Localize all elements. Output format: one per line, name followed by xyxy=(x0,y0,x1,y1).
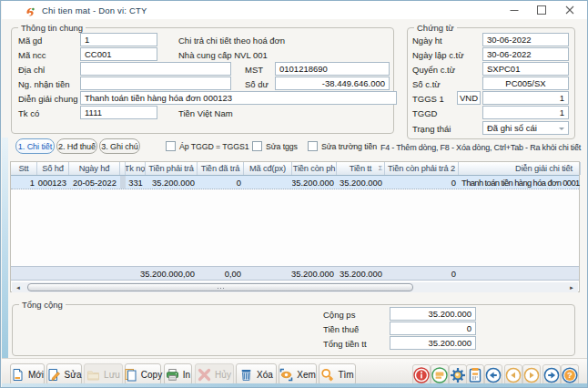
ngay-lap-label: Ngày lập c.từ xyxy=(412,50,464,60)
gear-icon xyxy=(450,367,466,383)
tab-1[interactable]: 1. Chi tiết xyxy=(15,138,55,154)
cancel-icon xyxy=(198,368,211,382)
help-circle-icon: ? xyxy=(562,367,578,383)
grid-data-row[interactable]: 100012320-05-202233135.200.000035.200.00… xyxy=(11,176,579,189)
column-header-label: Tiền phải trả xyxy=(148,164,193,173)
ng-nhan-tien-label: Ng. nhận tiền xyxy=(18,79,70,89)
trang-thai-value: Đã ghi sổ cái xyxy=(487,123,537,133)
toolbar-button-new-document[interactable]: Mới xyxy=(10,363,45,385)
column-header-label: Tiền đã trả xyxy=(201,164,239,173)
next-record-icon xyxy=(523,367,540,383)
row-cell-11[interactable]: 0 xyxy=(385,176,459,189)
mst-field[interactable]: 0101218690 xyxy=(275,62,390,76)
checkbox-label: Áp TGGD = TGGS1 xyxy=(179,142,249,151)
column-header-label: Diễn giải chi tiết xyxy=(515,164,573,173)
info-circle-icon xyxy=(413,367,430,383)
toolbar-button-edit[interactable]: Sửa xyxy=(46,363,82,385)
view-icon xyxy=(279,368,293,382)
ngay-ht-field[interactable]: 30-06-2022 xyxy=(482,33,569,46)
checkbox-option-1[interactable]: Áp TGGD = TGGS1 xyxy=(166,141,249,151)
tk-co-label: Tk có xyxy=(18,108,39,118)
row-cell-5[interactable]: 331 xyxy=(126,176,146,189)
checkbox-icon[interactable] xyxy=(252,141,262,151)
toolbar-button-view[interactable]: Xem xyxy=(279,363,317,385)
column-header-11[interactable]: Tiền còn phải trả 2 xyxy=(385,162,459,175)
trang-thai-dropdown[interactable]: Đã ghi sổ cái xyxy=(482,121,569,135)
toolbar-button-label: Hủy xyxy=(215,370,231,380)
column-header-1[interactable]: Stt xyxy=(11,162,37,175)
tong-tien-tt-field[interactable]: 35.200.000 xyxy=(390,336,476,350)
summary-cell-11: 0 xyxy=(385,268,459,280)
column-header-12[interactable]: Diễn giải chi tiết xyxy=(459,162,581,175)
toolbar-button-print[interactable]: In xyxy=(164,363,192,385)
ma-ncc-field[interactable]: CC001 xyxy=(80,47,157,61)
minimize-icon[interactable] xyxy=(501,2,528,18)
close-icon[interactable] xyxy=(556,2,583,18)
checkbox-icon[interactable] xyxy=(308,141,318,151)
row-cell-2[interactable]: 000123 xyxy=(37,176,69,189)
column-header-3[interactable]: Ngày hđ xyxy=(69,162,120,175)
column-header-5[interactable]: Tk nợ xyxy=(126,162,146,175)
clipboard-icon xyxy=(467,367,483,383)
row-cell-9[interactable]: 35.200.000 xyxy=(292,176,337,189)
toolbar-button-label: Tìm xyxy=(338,370,353,380)
row-cell-6[interactable]: 35.200.000 xyxy=(146,176,198,189)
row-cell-8[interactable] xyxy=(244,176,292,189)
toolbar-button-delete[interactable]: Xóa xyxy=(236,363,277,385)
quyen-ctu-field[interactable]: SXPC01 xyxy=(482,62,569,76)
copy-icon xyxy=(124,368,137,382)
scroll-left-icon[interactable]: ◄ xyxy=(12,282,25,292)
cong-ps-field[interactable]: 35.200.000 xyxy=(390,307,476,321)
column-header-6[interactable]: Tiền phải trả xyxy=(146,162,198,175)
toolbar: MớiSửaLưuCopyInHủyXóaXemTìm? xyxy=(2,358,588,385)
checkbox-option-3[interactable]: Sửa trường tiền xyxy=(308,141,377,151)
chevron-down-icon xyxy=(559,128,564,130)
checkbox-label: Sửa trường tiền xyxy=(321,142,377,151)
toolbar-button-label: Copy xyxy=(141,370,162,380)
svg-text:?: ? xyxy=(567,370,573,380)
tien-thue-field[interactable]: 0 xyxy=(390,322,476,335)
toolbar-button-label: Sửa xyxy=(65,370,82,380)
horizontal-scrollbar[interactable]: ◄ ► xyxy=(12,282,578,292)
scrollbar-thumb[interactable] xyxy=(27,283,413,291)
scrollbar-grip xyxy=(217,287,225,290)
column-header-9[interactable]: Tiền còn ph xyxy=(292,162,337,175)
maximize-icon[interactable] xyxy=(528,2,555,18)
ngay-lap-field[interactable]: 30-06-2022 xyxy=(482,47,569,61)
dien-giai-field[interactable]: Thanh toán tiền hàng hóa đơn 000123 xyxy=(80,91,397,105)
trang-thai-label: Trạng thái xyxy=(412,124,451,134)
ma-gd-field[interactable]: 1 xyxy=(80,33,157,46)
row-cell-10[interactable]: 35.200.000 xyxy=(337,176,385,189)
toolbar-button-find[interactable]: Tìm xyxy=(319,363,356,385)
dia-chi-field[interactable] xyxy=(80,62,231,76)
column-header-2[interactable]: Số hđ xyxy=(37,162,69,175)
tggd-field[interactable]: 1 xyxy=(482,106,569,119)
tggs1-rate-field[interactable]: 1 xyxy=(482,91,569,105)
tk-co-field[interactable]: 1111 xyxy=(80,106,157,119)
row-cell-12[interactable]: Thanh toán tiền hàng hóa đơn 0001 xyxy=(459,176,581,189)
prev-record-icon xyxy=(505,367,522,383)
toolbar-button-save: Lưu xyxy=(84,363,123,385)
checkbox-option-2[interactable]: Sửa tggs xyxy=(252,141,298,151)
so-du-field[interactable]: -38.449.646.000 xyxy=(275,77,390,90)
tab-3[interactable]: 3. Ghi chú xyxy=(99,138,140,154)
edit-icon xyxy=(47,368,61,382)
tggs1-label: TGGS 1 xyxy=(412,94,444,104)
totals-groupbox: Tổng cộng xyxy=(12,304,575,356)
ng-nhan-tien-field[interactable] xyxy=(80,77,231,90)
scroll-right-icon[interactable]: ► xyxy=(565,282,578,292)
column-header-8[interactable]: Mã cđ(px) xyxy=(244,162,292,175)
totals-legend: Tổng cộng xyxy=(19,300,66,310)
row-cell-3[interactable]: 20-05-2022 xyxy=(69,176,120,189)
column-header-label: Ngày hđ xyxy=(79,164,110,173)
toolbar-button-copy[interactable]: Copy xyxy=(125,363,161,385)
tggs1-currency-field[interactable]: VND xyxy=(457,91,481,105)
summary-cell-6: 35.200.000,00 xyxy=(146,268,198,280)
row-cell-1[interactable]: 1 xyxy=(11,176,37,189)
column-header-7[interactable]: Tiền đã trả xyxy=(198,162,244,175)
column-header-10[interactable]: Tiền ttΣ xyxy=(337,162,385,175)
row-cell-7[interactable]: 0 xyxy=(198,176,244,189)
tab-2[interactable]: 2. Hđ thuế xyxy=(56,138,97,154)
so-ctu-field[interactable]: PC005/SX xyxy=(482,77,569,90)
checkbox-icon[interactable] xyxy=(166,141,176,151)
